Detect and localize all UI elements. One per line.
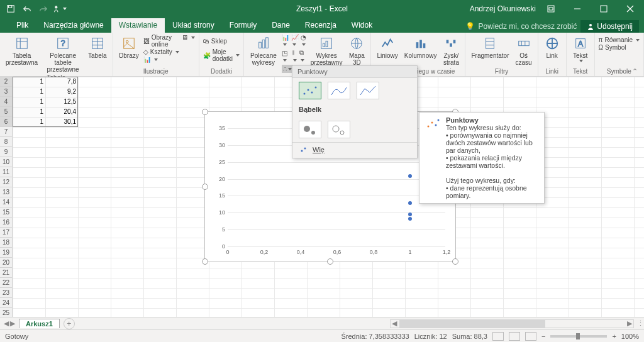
sheet-nav-prev[interactable]: ◀ bbox=[4, 319, 9, 328]
row-header[interactable]: 2 bbox=[0, 77, 12, 87]
view-normal-button[interactable] bbox=[492, 332, 504, 341]
hierarchy-chart-button[interactable]: ◳ bbox=[282, 50, 290, 63]
row-header[interactable]: 7 bbox=[0, 127, 12, 137]
tab-formulas[interactable]: Formuły bbox=[222, 18, 264, 33]
row-header[interactable]: 11 bbox=[0, 167, 12, 177]
scatter-option-lines[interactable] bbox=[357, 82, 379, 99]
row-header[interactable]: 6 bbox=[0, 117, 12, 127]
resize-handle[interactable] bbox=[202, 184, 208, 190]
my-addins-button[interactable]: 🧩 Moje dodatki bbox=[203, 48, 240, 62]
row-header[interactable]: 3 bbox=[0, 87, 12, 97]
maximize-icon[interactable] bbox=[592, 0, 615, 18]
timeline-button[interactable]: Oś czasu bbox=[513, 34, 533, 67]
tab-layout[interactable]: Układ strony bbox=[165, 18, 222, 33]
cell[interactable]: 1 bbox=[13, 87, 45, 97]
cells-area[interactable]: 1 1 1 1 1 7,8 9,2 12,5 20,4 30,1 0510152… bbox=[13, 77, 644, 317]
equation-button[interactable]: π Równanie bbox=[599, 36, 640, 43]
pivot-table-button[interactable]: Tabela przestawna bbox=[4, 34, 40, 67]
add-sheet-button[interactable]: + bbox=[64, 318, 75, 329]
zoom-level[interactable]: 100% bbox=[621, 333, 639, 340]
save-icon[interactable] bbox=[4, 2, 18, 16]
zoom-out-button[interactable]: − bbox=[541, 333, 545, 340]
resize-handle[interactable] bbox=[202, 258, 208, 265]
zoom-in-button[interactable]: + bbox=[612, 333, 616, 340]
resize-handle[interactable] bbox=[327, 258, 333, 265]
tab-home[interactable]: Narzędzia główne bbox=[36, 18, 111, 33]
row-header[interactable]: 5 bbox=[0, 107, 12, 117]
cell[interactable]: 7,8 bbox=[45, 77, 78, 87]
shapes-button[interactable]: ◇ Kształty bbox=[143, 48, 179, 55]
row-header[interactable]: 15 bbox=[0, 207, 12, 218]
row-header[interactable]: 19 bbox=[0, 248, 12, 258]
text-button[interactable]: ATekst bbox=[570, 34, 591, 63]
row-header[interactable]: 24 bbox=[0, 298, 12, 308]
sheet-tab[interactable]: Arkusz1 bbox=[19, 319, 60, 328]
row-header[interactable]: 14 bbox=[0, 197, 12, 207]
online-pictures-button[interactable]: 🖼 Obrazy online bbox=[143, 34, 179, 48]
cell[interactable]: 12,5 bbox=[45, 97, 78, 107]
pie-chart-button[interactable]: ◔ bbox=[301, 34, 306, 48]
undo-icon[interactable] bbox=[20, 2, 34, 16]
cell[interactable]: 1 bbox=[13, 107, 45, 117]
row-header[interactable]: 4 bbox=[0, 97, 12, 107]
tab-data[interactable]: Dane bbox=[264, 18, 297, 33]
recommended-pivot-button[interactable]: ?Polecane tabele przestawne bbox=[42, 34, 84, 74]
tab-insert[interactable]: Wstawianie bbox=[111, 18, 165, 33]
bubble-option-3d[interactable] bbox=[328, 121, 350, 138]
recommended-charts-button[interactable]: Polecane wykresy bbox=[248, 34, 279, 67]
sheet-nav-next[interactable]: ▶ bbox=[10, 319, 15, 328]
scrollbar-thumb[interactable] bbox=[399, 320, 545, 328]
stat-chart-button[interactable]: ⫴ bbox=[292, 49, 297, 63]
row-header[interactable]: 16 bbox=[0, 218, 12, 228]
screenshot-button[interactable]: 🖥 bbox=[182, 34, 195, 41]
sparkline-winloss-button[interactable]: Zysk/ strata bbox=[441, 34, 461, 67]
tab-view[interactable]: Widok bbox=[344, 18, 380, 33]
scatter-option-markers[interactable] bbox=[299, 82, 321, 99]
row-header[interactable]: 21 bbox=[0, 268, 12, 278]
zoom-slider[interactable] bbox=[550, 335, 607, 338]
close-icon[interactable] bbox=[619, 0, 641, 18]
row-header[interactable]: 9 bbox=[0, 147, 12, 157]
view-pagebreak-button[interactable] bbox=[525, 332, 536, 341]
ribbon-options-icon[interactable] bbox=[540, 0, 562, 18]
row-header[interactable]: 18 bbox=[0, 238, 12, 248]
sparkline-column-button[interactable]: Kolumnowy bbox=[402, 34, 439, 60]
store-button[interactable]: 🛍 Sklep bbox=[203, 38, 240, 45]
tell-me[interactable]: Powiedz mi, co chcesz zrobić bbox=[479, 22, 577, 31]
cell[interactable]: 30,1 bbox=[45, 117, 78, 127]
bubble-option[interactable] bbox=[299, 121, 321, 138]
row-header[interactable]: 13 bbox=[0, 187, 12, 197]
horizontal-scrollbar[interactable]: ◀ ▶ bbox=[390, 319, 634, 328]
scatter-option-smooth[interactable] bbox=[328, 82, 350, 99]
line-chart-button[interactable]: 📈 bbox=[291, 34, 299, 48]
row-header[interactable]: 23 bbox=[0, 288, 12, 298]
cell[interactable]: 1 bbox=[13, 77, 45, 87]
symbol-button[interactable]: Ω Symbol bbox=[599, 44, 640, 51]
row-header[interactable]: 8 bbox=[0, 137, 12, 147]
cell[interactable]: 9,2 bbox=[45, 87, 78, 97]
combo-chart-button[interactable]: ⧉ bbox=[299, 49, 306, 63]
tab-review[interactable]: Recenzja bbox=[297, 18, 344, 33]
collapse-ribbon-icon[interactable]: ⌃ bbox=[632, 67, 642, 75]
pictures-button[interactable]: Obrazy bbox=[117, 34, 141, 60]
row-header[interactable]: 20 bbox=[0, 258, 12, 268]
row-header[interactable]: 12 bbox=[0, 177, 12, 187]
column-chart-button[interactable]: 📊 bbox=[282, 34, 289, 48]
table-button[interactable]: Tabela bbox=[86, 34, 108, 60]
view-layout-button[interactable] bbox=[509, 332, 520, 341]
minimize-icon[interactable] bbox=[566, 0, 589, 18]
link-button[interactable]: Link bbox=[542, 34, 562, 60]
cell[interactable]: 1 bbox=[13, 97, 45, 107]
row-header[interactable]: 10 bbox=[0, 157, 12, 167]
tab-plik[interactable]: Plik bbox=[9, 18, 36, 33]
sparkline-line-button[interactable]: Liniowy bbox=[375, 34, 399, 60]
cell[interactable]: 20,4 bbox=[45, 107, 78, 117]
cell[interactable]: 1 bbox=[13, 117, 45, 127]
resize-handle[interactable] bbox=[202, 109, 208, 115]
slicer-button[interactable]: Fragmentator bbox=[469, 34, 511, 60]
share-button[interactable]: Udostępnij bbox=[580, 20, 639, 33]
redo-icon[interactable] bbox=[36, 2, 50, 16]
resize-handle[interactable] bbox=[452, 258, 458, 265]
more-scatter-charts[interactable]: Wię bbox=[292, 142, 417, 158]
touch-mode-icon[interactable] bbox=[53, 2, 67, 16]
